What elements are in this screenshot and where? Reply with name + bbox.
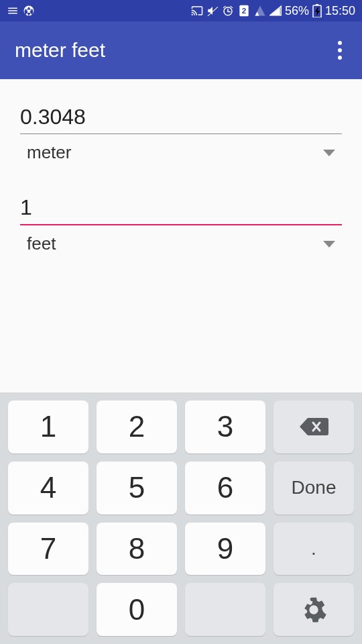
signal-weak-icon: [254, 5, 266, 17]
empty-key: [8, 583, 88, 636]
key-0[interactable]: 0: [97, 583, 177, 636]
unit-1-dropdown[interactable]: meter: [20, 134, 342, 170]
status-bar: 2 56% 15:50: [0, 0, 362, 21]
backspace-icon: [298, 417, 329, 437]
content-area: meter feet: [0, 79, 362, 392]
dropdown-arrow-icon: [323, 150, 335, 156]
key-8[interactable]: 8: [97, 523, 177, 576]
app-bar: meter feet: [0, 21, 362, 79]
status-right: 2 56% 15:50: [191, 4, 355, 18]
key-5[interactable]: 5: [97, 462, 177, 515]
key-7[interactable]: 7: [8, 523, 88, 576]
settings-key[interactable]: [274, 583, 354, 636]
unit-1-label: meter: [27, 142, 71, 163]
key-4[interactable]: 4: [8, 462, 88, 515]
svg-text:2: 2: [242, 6, 247, 15]
key-3[interactable]: 3: [185, 400, 265, 453]
backspace-key[interactable]: [274, 400, 354, 453]
dropdown-arrow-icon: [323, 241, 335, 248]
overflow-menu-button[interactable]: [333, 36, 347, 65]
svg-rect-3: [316, 4, 318, 5]
decimal-key[interactable]: .: [274, 523, 354, 576]
aperture-icon: [23, 5, 35, 17]
value-1-input[interactable]: [20, 99, 342, 134]
key-2[interactable]: 2: [97, 400, 177, 453]
sim-2-icon: 2: [237, 4, 251, 17]
signal-full-icon: [269, 5, 282, 17]
key-6[interactable]: 6: [185, 462, 265, 515]
value-2-input[interactable]: [20, 190, 342, 225]
key-1[interactable]: 1: [8, 400, 88, 453]
unit-2-dropdown[interactable]: feet: [20, 225, 342, 261]
app-title: meter feet: [15, 39, 105, 62]
cast-icon: [191, 5, 203, 17]
battery-charging-icon: [312, 4, 322, 17]
clock-time: 15:50: [325, 4, 355, 18]
status-left: [7, 5, 35, 17]
alarm-icon: [222, 5, 234, 17]
done-key[interactable]: Done: [274, 462, 354, 515]
gear-icon: [300, 596, 327, 623]
mute-icon: [206, 5, 219, 17]
menu-icon: [7, 5, 19, 17]
numeric-keyboard: 1 2 3 4 5 6 Done 7 8 9 . 0: [0, 392, 362, 644]
key-9[interactable]: 9: [185, 523, 265, 576]
empty-key: [185, 583, 265, 636]
battery-pct: 56%: [285, 4, 309, 18]
unit-2-label: feet: [27, 233, 56, 254]
